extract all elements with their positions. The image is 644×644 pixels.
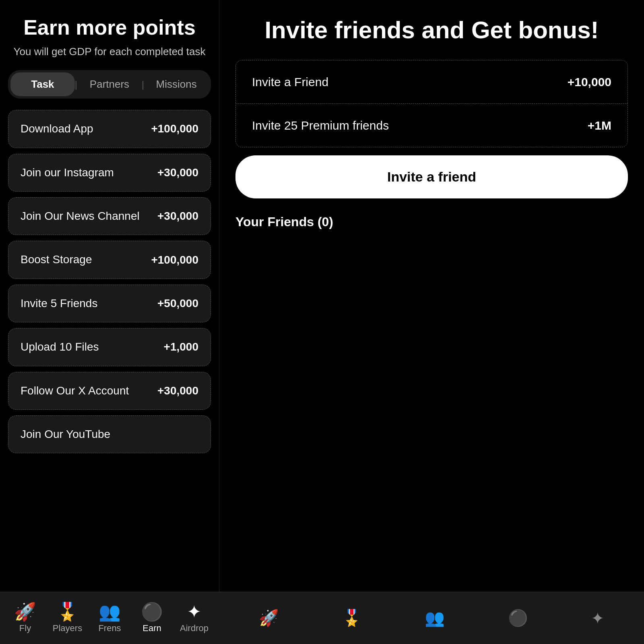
task-item[interactable]: Follow Our X Account +30,000 [8,372,211,410]
task-label: Follow Our X Account [21,384,129,398]
bottom-area: 🚀 Fly 🎖️ Players 👥 Frens ⚫ Earn ✦ Airdro… [0,592,644,644]
left-title: Earn more points [8,16,211,39]
task-label: Join Our News Channel [21,209,140,223]
nav-icon-frens: 👥 [99,603,121,621]
left-subtitle: You will get GDP for each completed task [8,45,211,58]
task-label: Invite 5 Friends [21,296,97,311]
invite-card: Invite a Friend +10,000 [235,60,628,103]
nav-item-fly[interactable]: 🚀 Fly [4,603,46,634]
invite-card-label: Invite 25 Premium friends [252,118,389,133]
invite-cards: Invite a Friend +10,000 Invite 25 Premiu… [235,60,628,147]
invite-card-reward: +10,000 [568,75,611,89]
nav-item-frens[interactable]: 👥 Frens [89,603,131,634]
task-reward: +1,000 [164,341,198,353]
nav-icon-fly: 🚀 [14,603,36,621]
nav-icon-earn: ⚫ [141,603,163,621]
task-reward: +100,000 [151,254,198,266]
invite-card-reward: +1M [588,119,611,132]
right-panel: Invite friends and Get bonus! Invite a F… [219,0,644,592]
invite-friend-button[interactable]: Invite a friend [235,155,628,198]
task-reward: +30,000 [157,384,198,397]
tab-missions[interactable]: Missions [144,72,208,96]
task-reward: +100,000 [151,122,198,135]
left-panel: Earn more points You will get GDP for ea… [0,0,219,592]
nav-label-airdrop: Airdrop [180,623,208,634]
invite-card-label: Invite a Friend [252,74,328,90]
nav-label-earn: Earn [142,623,161,634]
right-nav-earn-icon: ⚫ [508,609,528,627]
nav-label-frens: Frens [98,623,121,634]
right-nav-fly-icon: 🚀 [259,609,279,627]
nav-icon-players: 🎖️ [56,603,78,621]
task-reward: +50,000 [157,297,198,310]
task-item[interactable]: Upload 10 Files +1,000 [8,328,211,366]
task-item[interactable]: Join our Instagram +30,000 [8,154,211,192]
task-item[interactable]: Download App +100,000 [8,110,211,148]
task-label: Boost Storage [21,252,92,267]
task-item[interactable]: Join Our News Channel +30,000 [8,197,211,235]
invite-card: Invite 25 Premium friends +1M [235,103,628,147]
task-reward: +30,000 [157,210,198,223]
left-bottom-nav: 🚀 Fly 🎖️ Players 👥 Frens ⚫ Earn ✦ Airdro… [0,592,219,644]
tab-bar: Task | Partners | Missions [8,70,211,99]
nav-icon-airdrop: ✦ [187,603,202,621]
tab-partners[interactable]: Partners [77,72,142,96]
nav-item-airdrop[interactable]: ✦ Airdrop [173,603,215,634]
task-label: Upload 10 Files [21,340,99,354]
tab-task[interactable]: Task [10,72,75,96]
task-item[interactable]: Join Our YouTube [8,415,211,453]
task-list: Download App +100,000 Join our Instagram… [8,110,211,592]
right-nav-frens-icon: 👥 [425,609,445,627]
task-item[interactable]: Invite 5 Friends +50,000 [8,285,211,322]
right-bottom-nav: 🚀 🎖️ 👥 ⚫ ✦ [219,592,644,644]
task-item[interactable]: Boost Storage +100,000 [8,241,211,279]
right-nav-players-icon: 🎖️ [342,609,362,627]
right-nav-airdrop-icon: ✦ [591,609,605,627]
nav-label-fly: Fly [19,623,31,634]
task-label: Join Our YouTube [21,427,110,442]
nav-item-earn[interactable]: ⚫ Earn [131,603,173,634]
nav-label-players: Players [53,623,82,634]
task-label: Join our Instagram [21,165,114,180]
nav-item-players[interactable]: 🎖️ Players [46,603,89,634]
task-label: Download App [21,122,93,136]
right-title: Invite friends and Get bonus! [235,16,628,44]
task-reward: +30,000 [157,166,198,179]
friends-header: Your Friends (0) [235,215,628,229]
